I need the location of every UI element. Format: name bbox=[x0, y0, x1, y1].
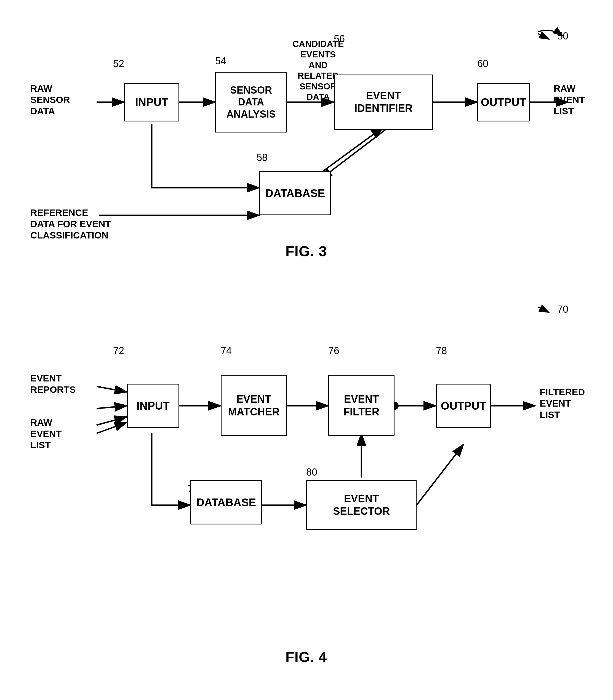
box-database-fig3: DATABASE bbox=[259, 171, 331, 215]
label-raw-event-list-fig3: RAWEVENTLIST bbox=[554, 83, 585, 116]
label-raw-event-list-fig4: RAWEVENTLIST bbox=[30, 417, 62, 450]
ref-80: 80 bbox=[306, 467, 317, 478]
label-event-reports: EVENTREPORTS bbox=[30, 373, 76, 395]
box-database-fig4: DATABASE bbox=[190, 480, 262, 524]
ref-52: 52 bbox=[113, 58, 124, 69]
ref-60: 60 bbox=[477, 58, 488, 69]
svg-line-22 bbox=[417, 444, 464, 505]
box-output-fig4: OUTPUT bbox=[436, 384, 491, 428]
ref-72: 72 bbox=[113, 345, 124, 357]
fig4-diagram: 70 72 74 76 78 79 80 EVENTREPORTS RAWEVE… bbox=[22, 290, 590, 671]
box-output-fig3: OUTPUT bbox=[477, 83, 530, 122]
label-filtered-event-list: FILTEREDEVENTLIST bbox=[539, 386, 585, 420]
label-raw-sensor-data: RAWSENSORDATA bbox=[30, 83, 70, 116]
ref-76: 76 bbox=[328, 345, 339, 357]
svg-line-13 bbox=[96, 406, 127, 408]
ref-50: 50 bbox=[557, 30, 568, 42]
svg-line-14 bbox=[96, 417, 127, 425]
svg-line-15 bbox=[96, 422, 127, 433]
box-event-selector: EVENTSELECTOR bbox=[306, 480, 417, 530]
ref-58: 58 bbox=[257, 152, 268, 163]
fig3-diagram: 52 54 56 58 60 50 RAWSENSORDATA CANDIDAT… bbox=[22, 16, 590, 265]
label-reference-data: REFERENCEDATA FOR EVENTCLASSIFICATION bbox=[30, 207, 111, 241]
ref-78: 78 bbox=[436, 345, 447, 357]
box-input-fig4: INPUT bbox=[127, 384, 179, 428]
ref-74: 74 bbox=[221, 345, 232, 357]
box-input-fig3: INPUT bbox=[124, 83, 179, 122]
ref-70: 70 bbox=[557, 304, 568, 315]
fig4-caption: FIG. 4 bbox=[286, 649, 327, 665]
box-event-filter: EVENTFILTER bbox=[328, 376, 394, 436]
box-event-matcher: EVENTMATCHER bbox=[221, 376, 287, 436]
ref-54: 54 bbox=[215, 55, 226, 67]
svg-line-12 bbox=[96, 386, 127, 392]
fig3-caption: FIG. 3 bbox=[286, 243, 327, 259]
box-sensor-data-analysis: SENSORDATAANALYSIS bbox=[215, 72, 287, 132]
page: 52 54 56 58 60 50 RAWSENSORDATA CANDIDAT… bbox=[0, 0, 613, 700]
box-event-identifier: EVENTIDENTIFIER bbox=[334, 75, 433, 130]
